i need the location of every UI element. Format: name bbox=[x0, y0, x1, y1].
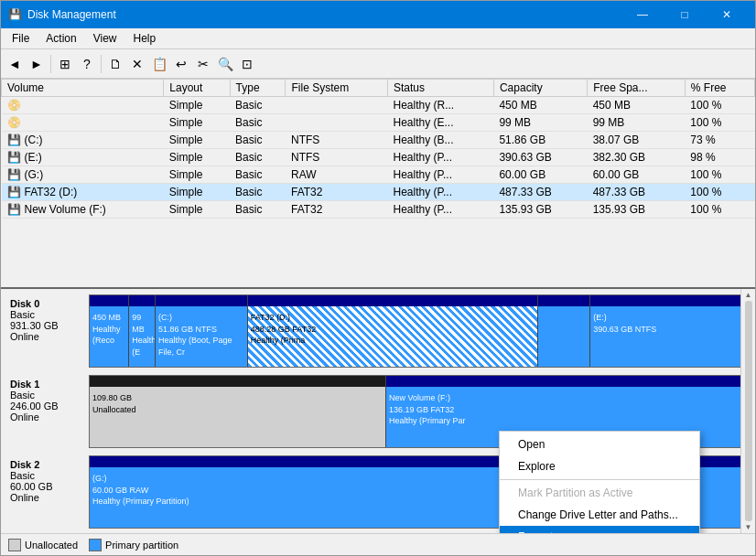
legend-primary: Primary partition bbox=[89, 539, 178, 551]
table-cell-1-0: 📀 bbox=[2, 114, 164, 132]
table-cell-3-5: 390.63 GB bbox=[493, 149, 587, 166]
search-button[interactable]: 🔍 bbox=[215, 54, 235, 74]
col-layout: Layout bbox=[164, 80, 230, 97]
context-menu-item[interactable]: Mark Partition as Active bbox=[500, 482, 699, 504]
disk-0-part-4[interactable] bbox=[538, 295, 591, 367]
refresh-button[interactable]: ✕ bbox=[127, 54, 147, 74]
table-row[interactable]: 💾(C:)SimpleBasicNTFSHealthy (B...51.86 G… bbox=[2, 132, 755, 149]
forward-button[interactable]: ► bbox=[27, 54, 47, 74]
disk-graphic-area: Disk 0 Basic 931.30 GB Online 450 MBHeal… bbox=[1, 289, 755, 533]
disk-0-part-0-content: 450 MBHealthy (Reco bbox=[92, 312, 125, 347]
maximize-button[interactable]: □ bbox=[664, 1, 706, 28]
table-cell-5-1: Simple bbox=[164, 184, 230, 201]
col-type: Type bbox=[230, 80, 286, 97]
undo-button[interactable]: ↩ bbox=[171, 54, 191, 74]
properties-button[interactable]: 🗋 bbox=[105, 54, 125, 74]
grid-button[interactable]: ⊞ bbox=[55, 54, 75, 74]
drive-icon: 💾 bbox=[7, 168, 21, 181]
menu-view[interactable]: View bbox=[86, 30, 124, 47]
disk-0-part-2[interactable]: (C:)51.86 GB NTFSHealthy (Boot, Page Fil… bbox=[156, 295, 248, 367]
disk-0-part-5[interactable]: (E:)390.63 GB NTFS bbox=[590, 295, 749, 367]
drive-icon: 💾 bbox=[7, 203, 21, 216]
title-buttons: — □ ✕ bbox=[621, 1, 748, 28]
disk-0-info: Disk 0 Basic 931.30 GB Online bbox=[6, 294, 89, 368]
menu-action[interactable]: Action bbox=[38, 30, 83, 47]
disk-0-part-5-content: (E:)390.63 GB NTFS bbox=[593, 312, 746, 335]
table-cell-0-6: 450 MB bbox=[588, 97, 686, 114]
cut-button[interactable]: ✂ bbox=[193, 54, 213, 74]
disk-management-window: 💾 Disk Management — □ ✕ File Action View… bbox=[0, 0, 756, 556]
col-pct-free: % Free bbox=[685, 80, 754, 97]
app-icon: 💾 bbox=[8, 8, 22, 21]
table-cell-3-1: Simple bbox=[164, 149, 230, 166]
table-cell-4-4: Healthy (P... bbox=[388, 166, 494, 184]
table-cell-1-5: 99 MB bbox=[493, 114, 587, 132]
table-cell-4-2: Basic bbox=[230, 166, 286, 184]
context-menu-item[interactable]: Open bbox=[500, 433, 699, 455]
table-cell-3-3: NTFS bbox=[286, 149, 388, 166]
back-button[interactable]: ◄ bbox=[5, 54, 25, 74]
legend: Unallocated Primary partition bbox=[1, 533, 755, 555]
menu-bar: File Action View Help bbox=[1, 28, 755, 49]
disk-0-part-0[interactable]: 450 MBHealthy (Reco bbox=[90, 295, 129, 367]
disk-1-name: Disk 1 bbox=[10, 379, 85, 390]
scroll-up-arrow[interactable]: ▲ bbox=[745, 291, 752, 299]
export-button[interactable]: ⊡ bbox=[237, 54, 257, 74]
legend-unallocated-label: Unallocated bbox=[25, 540, 78, 551]
table-cell-6-2: Basic bbox=[230, 201, 286, 219]
disk-1-part-1-content: New Volume (F:)136.19 GB FAT32Healthy (P… bbox=[389, 392, 746, 427]
disk-1-part-0[interactable]: 109.80 GBUnallocated bbox=[90, 376, 386, 447]
table-cell-4-7: 100 % bbox=[685, 166, 754, 184]
table-row[interactable]: 💾(E:)SimpleBasicNTFSHealthy (P...390.63 … bbox=[2, 149, 755, 166]
toolbar-sep-2 bbox=[101, 55, 102, 73]
table-cell-2-3: NTFS bbox=[286, 132, 388, 149]
scroll-thumb[interactable] bbox=[745, 301, 752, 521]
disk-0-size: 931.30 GB bbox=[10, 320, 85, 331]
table-row[interactable]: 💾FAT32 (D:)SimpleBasicFAT32Healthy (P...… bbox=[2, 184, 755, 201]
disk-2-status: Online bbox=[10, 492, 85, 503]
table-cell-5-6: 487.33 GB bbox=[588, 184, 686, 201]
table-cell-3-2: Basic bbox=[230, 149, 286, 166]
table-cell-0-5: 450 MB bbox=[493, 97, 587, 114]
table-row[interactable]: 📀SimpleBasicHealthy (R...450 MB450 MB100… bbox=[2, 97, 755, 114]
table-cell-4-5: 60.00 GB bbox=[493, 166, 587, 184]
table-cell-1-6: 99 MB bbox=[588, 114, 686, 132]
context-menu: OpenExploreMark Partition as ActiveChang… bbox=[499, 431, 700, 533]
table-cell-4-6: 60.00 GB bbox=[588, 166, 686, 184]
legend-unallocated-box bbox=[8, 539, 21, 551]
legend-unallocated: Unallocated bbox=[8, 539, 78, 551]
disk-0-part-1[interactable]: 99 MBHealthy (E bbox=[129, 295, 156, 367]
partition-icon: 📀 bbox=[7, 116, 21, 129]
help-button[interactable]: ? bbox=[77, 54, 97, 74]
minimize-button[interactable]: — bbox=[621, 1, 664, 28]
copy-button[interactable]: 📋 bbox=[149, 54, 169, 74]
disk-0-part-3[interactable]: FAT32 (D:)488.28 GB FAT32Healthy (Prima bbox=[248, 295, 538, 367]
col-free-space: Free Spa... bbox=[588, 80, 686, 97]
table-cell-6-6: 135.93 GB bbox=[588, 201, 686, 219]
table-row[interactable]: 💾(G:)SimpleBasicRAWHealthy (P...60.00 GB… bbox=[2, 166, 755, 184]
col-volume: Volume bbox=[2, 80, 164, 97]
menu-help[interactable]: Help bbox=[126, 30, 164, 47]
menu-file[interactable]: File bbox=[5, 30, 37, 47]
table-cell-0-4: Healthy (R... bbox=[388, 97, 494, 114]
volume-table-area: Volume Layout Type File System Status Ca… bbox=[1, 79, 755, 289]
table-row[interactable]: 📀SimpleBasicHealthy (E...99 MB99 MB100 % bbox=[2, 114, 755, 132]
table-cell-5-5: 487.33 GB bbox=[493, 184, 587, 201]
close-button[interactable]: ✕ bbox=[706, 1, 748, 28]
scroll-down-arrow[interactable]: ▼ bbox=[745, 523, 752, 531]
disk-2-size: 60.00 GB bbox=[10, 481, 85, 492]
disk-0-part-3-content: FAT32 (D:)488.28 GB FAT32Healthy (Prima bbox=[251, 312, 535, 347]
disk-2-type: Basic bbox=[10, 470, 85, 481]
context-menu-item[interactable]: Explore bbox=[500, 455, 699, 477]
scrollbar[interactable]: ▲ ▼ bbox=[740, 289, 755, 533]
table-cell-2-6: 38.07 GB bbox=[588, 132, 686, 149]
drive-icon: 💾 bbox=[7, 151, 21, 164]
context-menu-item[interactable]: Change Drive Letter and Paths... bbox=[500, 504, 699, 526]
table-cell-3-7: 98 % bbox=[685, 149, 754, 166]
table-row[interactable]: 💾New Volume (F:)SimpleBasicFAT32Healthy … bbox=[2, 201, 755, 219]
context-menu-item[interactable]: Format... bbox=[500, 526, 699, 533]
table-cell-5-2: Basic bbox=[230, 184, 286, 201]
title-bar-left: 💾 Disk Management bbox=[8, 8, 116, 21]
col-status: Status bbox=[388, 80, 494, 97]
table-body: 📀SimpleBasicHealthy (R...450 MB450 MB100… bbox=[2, 97, 755, 219]
